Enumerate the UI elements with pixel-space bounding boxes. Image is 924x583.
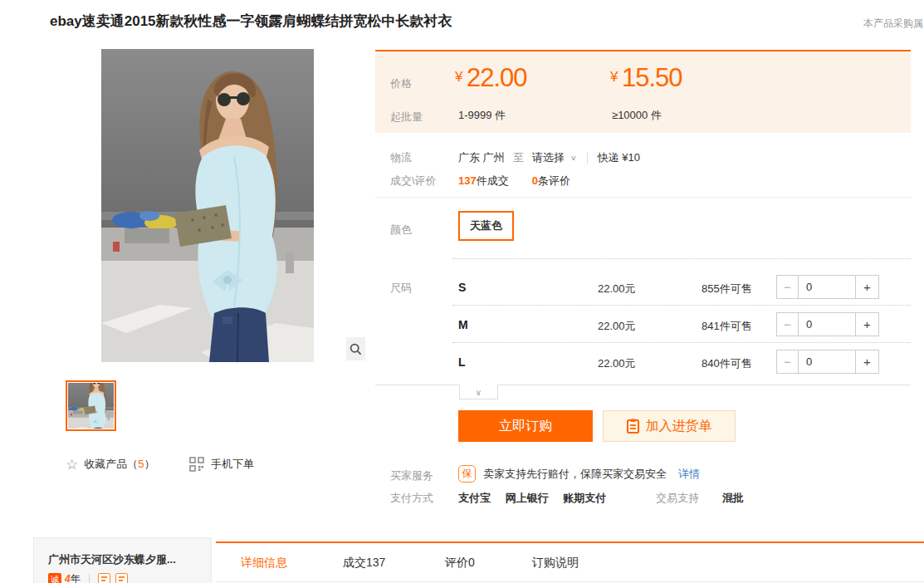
quantity-stepper: − + — [776, 312, 879, 336]
sku-price: 22.00元 — [598, 319, 636, 334]
thumbnail-selected[interactable] — [66, 380, 116, 431]
sku-stock: 840件可售 — [702, 356, 752, 371]
express-fee: 快递 ¥10 — [598, 150, 640, 165]
quantity-stepper: − + — [776, 275, 879, 299]
certificate-mini-icon — [115, 573, 128, 583]
guarantee-text: 卖家支持先行赔付，保障买家交易安全 — [483, 467, 667, 482]
product-photo[interactable] — [101, 49, 314, 362]
sku-row: S 22.00元 855件可售 − + — [375, 268, 911, 306]
payment-label: 支付方式 — [390, 491, 433, 506]
guarantee-mini-icon — [98, 573, 110, 583]
mobile-order-button[interactable]: 手机下单 — [189, 456, 254, 473]
mobile-order-label: 手机下单 — [211, 457, 254, 472]
logistics-row: 物流 广东 广州 至 请选择 ∨ 快递 ¥10 — [375, 149, 911, 165]
deal-count[interactable]: 137 — [458, 174, 477, 187]
favorite-button[interactable]: ☆ 收藏产品（5） — [66, 456, 154, 473]
divider — [587, 152, 588, 164]
sku-price: 22.00元 — [598, 356, 636, 371]
add-to-cart-button[interactable]: 加入进货单 — [603, 410, 736, 442]
clipboard-icon — [627, 419, 639, 434]
buyer-service-row: 买家服务 保 卖家支持先行赔付，保障买家交易安全 详情 — [375, 465, 911, 485]
tab-order-notes[interactable]: 订购说明 — [532, 543, 579, 582]
favorite-label: 收藏产品（5） — [84, 457, 154, 472]
tier1-price: ¥ 22.00 — [455, 63, 527, 93]
magnifier-icon[interactable] — [346, 337, 365, 360]
payment-method: 账期支付 — [563, 492, 606, 504]
minus-button[interactable]: − — [776, 312, 798, 336]
price-label: 价格 — [390, 76, 412, 91]
page-title: ebay速卖通2015新款秋性感一字领露肩蝴蝶结拼宽松中长款衬衣 — [50, 12, 452, 31]
plus-button[interactable]: + — [856, 275, 879, 299]
destination-select[interactable]: 请选择 ∨ — [532, 150, 577, 165]
chevron-down-icon: ∨ — [570, 154, 577, 162]
chevron-down-icon: ∨ — [476, 388, 482, 397]
price-band: 价格 ¥ 22.00 ¥ 15.50 起批量 1-9999 件 ≥10000 件 — [375, 50, 911, 133]
seller-years: 4年 — [65, 572, 81, 583]
seller-name-link[interactable]: 广州市天河区沙东蝶夕服... — [48, 552, 176, 567]
tab-deals[interactable]: 成交137 — [343, 543, 385, 582]
divider — [89, 575, 90, 583]
tier2-qty: ≥10000 件 — [612, 108, 662, 123]
deal-review-row: 成交\评价 137件成交0条评价 — [375, 172, 911, 189]
product-gallery — [50, 48, 365, 363]
deal-label: 成交\评价 — [390, 174, 437, 189]
payment-method: 支付宝 — [458, 492, 491, 504]
review-count[interactable]: 0 — [532, 174, 538, 187]
sku-price: 22.00元 — [598, 282, 636, 296]
sku-size: L — [458, 355, 466, 369]
tab-reviews[interactable]: 评价0 — [445, 543, 475, 582]
divider — [452, 258, 911, 259]
logistics-label: 物流 — [390, 150, 412, 165]
tier2-price: ¥ 15.50 — [610, 63, 682, 93]
order-now-button[interactable]: 立即订购 — [458, 410, 593, 442]
color-row: 颜色 天蓝色 — [375, 209, 911, 246]
minus-button[interactable]: − — [776, 350, 798, 374]
expand-skus-button[interactable]: ∨ — [459, 385, 498, 399]
color-label: 颜色 — [390, 223, 412, 238]
procurement-note: 本产品采购属 — [863, 17, 923, 31]
guarantee-icon: 保 — [458, 465, 476, 483]
payment-method: 网上银行 — [506, 492, 549, 504]
sku-stock: 841件可售 — [702, 319, 752, 334]
trade-support-value: 混批 — [722, 491, 744, 506]
sku-size: M — [458, 318, 468, 331]
payment-row: 支付方式 支付宝 网上银行 账期支付 交易支持 混批 — [375, 489, 911, 507]
quantity-input[interactable] — [798, 350, 856, 374]
quantity-input[interactable] — [798, 275, 856, 299]
star-icon: ☆ — [66, 456, 78, 473]
tier1-qty: 1-9999 件 — [458, 108, 506, 123]
deal-suffix: 件成交 — [477, 174, 509, 187]
quantity-stepper: − + — [776, 350, 879, 374]
buyer-service-label: 买家服务 — [390, 468, 433, 483]
tab-detail-info[interactable]: 详细信息 — [241, 543, 287, 582]
ship-origin: 广东 广州 — [458, 150, 505, 165]
divider — [375, 197, 911, 198]
sku-size: S — [458, 281, 466, 294]
sku-row: M 22.00元 841件可售 − + — [375, 306, 911, 343]
chengxintong-badge-icon: 诚 — [48, 573, 61, 583]
review-suffix: 条评价 — [538, 174, 570, 187]
divider — [375, 385, 911, 385]
guarantee-detail-link[interactable]: 详情 — [678, 467, 700, 482]
add-to-cart-label: 加入进货单 — [646, 418, 712, 435]
sku-stock: 855件可售 — [702, 282, 752, 296]
moq-label: 起批量 — [390, 110, 423, 125]
plus-button[interactable]: + — [856, 350, 879, 374]
quantity-input[interactable] — [798, 312, 856, 336]
sku-row: L 22.00元 840件可售 − + — [375, 343, 911, 380]
plus-button[interactable]: + — [856, 312, 879, 336]
trade-support-label: 交易支持 — [656, 491, 699, 506]
to-label: 至 — [513, 150, 524, 165]
qr-code-icon — [189, 457, 204, 472]
detail-tabbar: 详细信息 成交137 评价0 订购说明 — [216, 541, 924, 582]
seller-card: 广州市天河区沙东蝶夕服... 诚 4年 — [33, 537, 212, 583]
color-swatch-selected[interactable]: 天蓝色 — [458, 211, 514, 241]
minus-button[interactable]: − — [776, 275, 798, 299]
